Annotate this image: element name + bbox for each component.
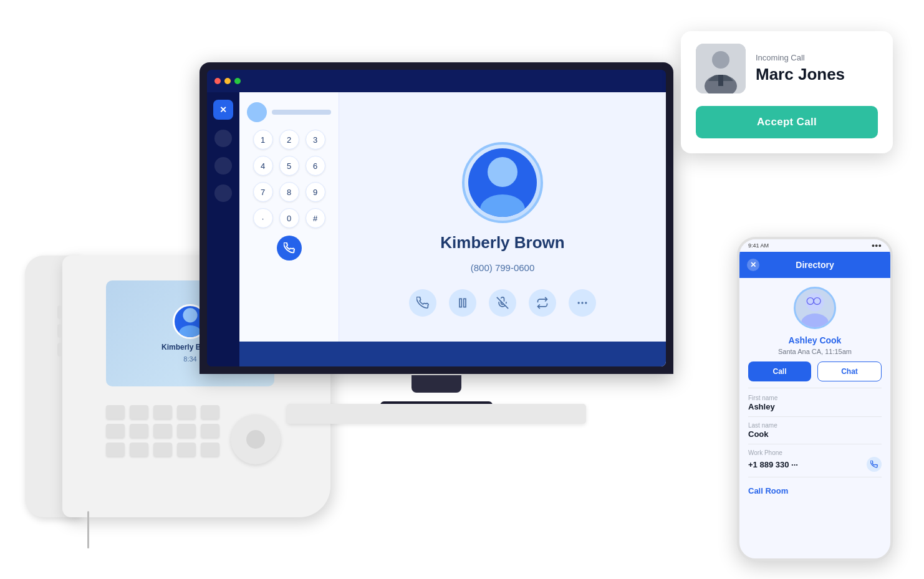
status-bar-icons: ●●●	[872, 242, 882, 249]
mobile-app: 9:41 AM ●●● ✕ Directory Ashley Cook Sant…	[737, 237, 893, 561]
first-name-field: First name Ashley	[748, 395, 882, 411]
dial-key-2[interactable]: 2	[279, 130, 299, 150]
directory-contact-name: Ashley Cook	[789, 335, 842, 345]
dial-key-3[interactable]: 3	[306, 130, 325, 150]
contact-avatar-wrap	[462, 142, 543, 223]
mobile-body: Ashley Cook Santa Ana CA, 11:15am Call C…	[739, 278, 890, 499]
contact-actions	[409, 289, 596, 317]
svg-point-1	[179, 325, 201, 337]
dial-key-7[interactable]: 7	[253, 182, 273, 202]
last-name-value: Cook	[748, 429, 882, 439]
svg-point-9	[578, 302, 579, 304]
dial-key-6[interactable]: 6	[306, 156, 325, 176]
svg-rect-5	[464, 299, 466, 307]
monitor-bezel: ✕ 1 2 3	[200, 62, 673, 374]
app-topbar	[207, 70, 666, 92]
dial-key-5[interactable]: 5	[279, 156, 299, 176]
divider-2	[748, 416, 882, 417]
divider-1	[748, 388, 882, 388]
keyboard	[287, 404, 586, 424]
contact-panel: Kimberly Brown (800) 799-0600	[339, 92, 666, 366]
contact-name: Kimberly Brown	[440, 233, 564, 252]
contact-phone: (800) 799-0600	[471, 262, 535, 273]
contact-action-pause[interactable]	[449, 289, 476, 317]
topbar-dot-yellow	[224, 78, 231, 84]
incoming-call-card: Incoming Call Marc Jones Accept Call	[681, 31, 893, 153]
mobile-close-button[interactable]: ✕	[747, 259, 759, 271]
caller-name: Marc Jones	[756, 65, 845, 84]
contact-action-call[interactable]	[409, 289, 436, 317]
mobile-statusbar: 9:41 AM ●●●	[739, 239, 890, 252]
monitor-screen: ✕ 1 2 3	[207, 70, 666, 366]
svg-point-3	[480, 194, 525, 217]
dial-key-hash[interactable]: #	[306, 208, 325, 228]
topbar-dot-green	[234, 78, 241, 84]
monitor-stand	[411, 375, 461, 393]
last-name-field: Last name Cook	[748, 422, 882, 439]
directory-call-button[interactable]: Call	[748, 361, 811, 381]
dial-key-8[interactable]: 8	[279, 182, 299, 202]
contact-action-transfer[interactable]	[529, 289, 556, 317]
dial-key-9[interactable]: 9	[306, 182, 325, 202]
sidebar-icon-2[interactable]	[214, 157, 232, 175]
bottom-bar	[239, 342, 666, 366]
app-sidebar: ✕	[207, 92, 239, 366]
monitor: ✕ 1 2 3	[200, 62, 673, 424]
dial-panel: 1 2 3 4 5 6 7 8 9 · 0 #	[239, 92, 339, 366]
svg-point-0	[183, 308, 197, 322]
dial-grid: 1 2 3 4 5 6 7 8 9 · 0 #	[253, 130, 325, 228]
svg-point-8	[585, 302, 587, 304]
directory-chat-button[interactable]: Chat	[817, 361, 882, 381]
contact-action-mute[interactable]	[489, 289, 516, 317]
work-phone-label: Work Phone	[748, 449, 882, 456]
phone-cord	[87, 511, 89, 548]
dial-call-button[interactable]	[277, 236, 302, 261]
divider-3	[748, 444, 882, 444]
divider-4	[748, 477, 882, 477]
directory-actions: Call Chat	[748, 361, 882, 381]
first-name-value: Ashley	[748, 402, 882, 411]
scene: Kimberly Brown 8:34	[0, 0, 924, 579]
dial-avatar-row	[247, 102, 331, 122]
svg-point-15	[801, 313, 829, 329]
dial-panel-avatar	[247, 102, 267, 122]
mobile-header-title: Directory	[766, 260, 864, 270]
dial-name-bar	[272, 110, 331, 115]
directory-contact-avatar	[794, 287, 836, 329]
dial-key-dot[interactable]: ·	[253, 208, 273, 228]
first-name-label: First name	[748, 395, 882, 401]
accept-call-button[interactable]: Accept Call	[696, 106, 878, 138]
incoming-call-label: Incoming Call	[756, 53, 845, 62]
svg-point-2	[488, 157, 517, 187]
status-bar-time: 9:41 AM	[748, 242, 769, 249]
svg-rect-4	[460, 299, 461, 307]
last-name-label: Last name	[748, 422, 882, 429]
caller-avatar	[696, 44, 746, 93]
topbar-dot-red	[214, 78, 221, 84]
work-phone-row: +1 889 330 ···	[748, 457, 882, 472]
dial-key-0[interactable]: 0	[279, 208, 299, 228]
work-phone-field: Work Phone +1 889 330 ···	[748, 449, 882, 472]
directory-fields: First name Ashley Last name Cook Work Ph…	[748, 395, 882, 499]
app-logo: ✕	[213, 100, 233, 120]
sidebar-icon-3[interactable]	[214, 184, 232, 202]
incoming-call-header: Incoming Call Marc Jones	[696, 44, 878, 93]
call-room-button[interactable]: Call Room	[748, 482, 788, 499]
svg-rect-13	[718, 75, 723, 86]
work-phone-value: +1 889 330 ···	[748, 460, 798, 469]
contact-action-more[interactable]	[569, 289, 596, 317]
caller-info: Incoming Call Marc Jones	[756, 53, 845, 84]
svg-point-7	[582, 302, 583, 304]
mobile-header: ✕ Directory	[739, 252, 890, 278]
app-main: 1 2 3 4 5 6 7 8 9 · 0 #	[239, 92, 666, 366]
directory-contact-location: Santa Ana CA, 11:15am	[778, 348, 852, 355]
sidebar-icon-1[interactable]	[214, 130, 232, 147]
dial-key-4[interactable]: 4	[253, 156, 273, 176]
phone-screen-status: 8:34	[183, 355, 196, 363]
svg-point-11	[712, 51, 729, 69]
dial-key-1[interactable]: 1	[253, 130, 273, 150]
svg-point-14	[806, 293, 824, 311]
contact-avatar	[468, 148, 537, 217]
work-phone-call-icon[interactable]	[867, 457, 882, 472]
